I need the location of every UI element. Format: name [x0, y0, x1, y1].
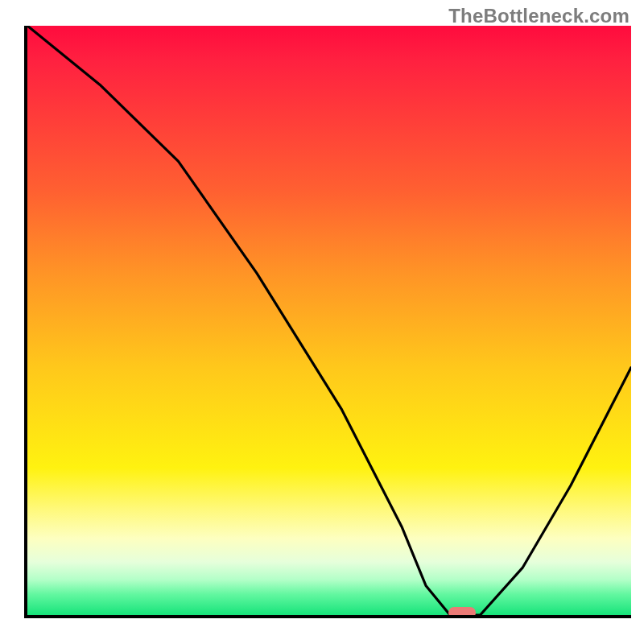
curve-path [27, 26, 631, 615]
bottleneck-curve [27, 26, 631, 615]
watermark-text: TheBottleneck.com [448, 5, 630, 27]
plot-area [24, 26, 631, 618]
minimum-marker [448, 607, 476, 618]
chart-frame: TheBottleneck.com [0, 0, 644, 644]
